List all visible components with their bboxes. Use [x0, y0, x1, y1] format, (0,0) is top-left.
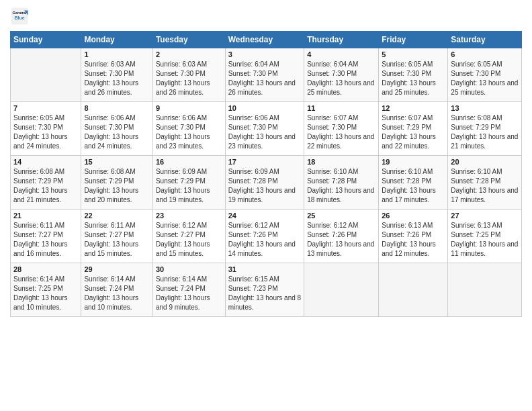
calendar-cell: 9Sunrise: 6:06 AMSunset: 7:30 PMDaylight…	[152, 102, 225, 156]
calendar-cell: 12Sunrise: 6:07 AMSunset: 7:29 PMDayligh…	[379, 102, 448, 156]
svg-text:General: General	[13, 11, 27, 15]
calendar-week-row: 1Sunrise: 6:03 AMSunset: 7:30 PMDaylight…	[11, 48, 522, 102]
day-number: 16	[156, 158, 222, 166]
calendar-cell: 14Sunrise: 6:08 AMSunset: 7:29 PMDayligh…	[11, 156, 81, 210]
day-number: 3	[228, 50, 302, 58]
day-content: Sunrise: 6:14 AMSunset: 7:24 PMDaylight:…	[84, 275, 149, 312]
calendar-header-row: SundayMondayTuesdayWednesdayThursdayFrid…	[11, 32, 522, 48]
day-content: Sunrise: 6:03 AMSunset: 7:30 PMDaylight:…	[156, 60, 222, 97]
day-content: Sunrise: 6:12 AMSunset: 7:26 PMDaylight:…	[307, 221, 375, 259]
day-header-monday: Monday	[81, 32, 152, 48]
day-number: 23	[156, 212, 222, 220]
day-content: Sunrise: 6:05 AMSunset: 7:30 PMDaylight:…	[382, 60, 445, 97]
day-number: 10	[228, 104, 302, 112]
day-content: Sunrise: 6:12 AMSunset: 7:27 PMDaylight:…	[156, 221, 222, 259]
logo: General Blue	[10, 7, 32, 26]
day-number: 8	[84, 104, 149, 112]
day-number: 26	[382, 212, 445, 220]
day-number: 11	[307, 104, 375, 112]
calendar-cell: 28Sunrise: 6:14 AMSunset: 7:25 PMDayligh…	[11, 263, 81, 317]
day-number: 9	[156, 104, 222, 112]
day-number: 4	[307, 50, 375, 58]
day-number: 31	[228, 265, 302, 273]
calendar-cell: 16Sunrise: 6:09 AMSunset: 7:29 PMDayligh…	[152, 156, 225, 210]
day-number: 13	[451, 104, 519, 112]
calendar-cell: 21Sunrise: 6:11 AMSunset: 7:27 PMDayligh…	[11, 210, 81, 263]
calendar-cell: 7Sunrise: 6:05 AMSunset: 7:30 PMDaylight…	[11, 102, 81, 156]
calendar-cell: 29Sunrise: 6:14 AMSunset: 7:24 PMDayligh…	[81, 263, 152, 317]
calendar-week-row: 28Sunrise: 6:14 AMSunset: 7:25 PMDayligh…	[11, 263, 522, 317]
calendar-cell: 5Sunrise: 6:05 AMSunset: 7:30 PMDaylight…	[379, 48, 448, 102]
day-number: 29	[84, 265, 149, 273]
day-content: Sunrise: 6:12 AMSunset: 7:26 PMDaylight:…	[228, 221, 302, 259]
day-number: 6	[451, 50, 519, 58]
calendar-cell: 13Sunrise: 6:08 AMSunset: 7:29 PMDayligh…	[448, 102, 522, 156]
day-content: Sunrise: 6:08 AMSunset: 7:29 PMDaylight:…	[84, 167, 149, 205]
calendar-cell: 6Sunrise: 6:05 AMSunset: 7:30 PMDaylight…	[448, 48, 522, 102]
day-number: 27	[451, 212, 519, 220]
day-number: 15	[84, 158, 149, 166]
calendar-cell: 15Sunrise: 6:08 AMSunset: 7:29 PMDayligh…	[81, 156, 152, 210]
calendar-cell: 23Sunrise: 6:12 AMSunset: 7:27 PMDayligh…	[152, 210, 225, 263]
day-content: Sunrise: 6:10 AMSunset: 7:28 PMDaylight:…	[307, 167, 375, 205]
calendar-cell: 27Sunrise: 6:13 AMSunset: 7:25 PMDayligh…	[448, 210, 522, 263]
calendar-cell	[379, 263, 448, 317]
day-header-wednesday: Wednesday	[225, 32, 304, 48]
day-header-saturday: Saturday	[448, 32, 522, 48]
calendar-cell: 11Sunrise: 6:07 AMSunset: 7:30 PMDayligh…	[304, 102, 379, 156]
day-number: 7	[13, 104, 78, 112]
calendar-cell: 26Sunrise: 6:13 AMSunset: 7:26 PMDayligh…	[379, 210, 448, 263]
day-number: 20	[451, 158, 519, 166]
day-content: Sunrise: 6:14 AMSunset: 7:25 PMDaylight:…	[13, 275, 78, 312]
day-content: Sunrise: 6:05 AMSunset: 7:30 PMDaylight:…	[451, 60, 519, 97]
day-number: 17	[228, 158, 302, 166]
day-header-friday: Friday	[379, 32, 448, 48]
day-number: 25	[307, 212, 375, 220]
day-content: Sunrise: 6:07 AMSunset: 7:30 PMDaylight:…	[307, 113, 375, 151]
day-number: 14	[13, 158, 78, 166]
day-content: Sunrise: 6:05 AMSunset: 7:30 PMDaylight:…	[13, 113, 78, 151]
day-content: Sunrise: 6:11 AMSunset: 7:27 PMDaylight:…	[13, 221, 78, 259]
day-number: 12	[382, 104, 445, 112]
day-content: Sunrise: 6:03 AMSunset: 7:30 PMDaylight:…	[84, 60, 149, 97]
calendar-cell: 24Sunrise: 6:12 AMSunset: 7:26 PMDayligh…	[225, 210, 304, 263]
day-content: Sunrise: 6:10 AMSunset: 7:28 PMDaylight:…	[451, 167, 519, 205]
day-content: Sunrise: 6:14 AMSunset: 7:24 PMDaylight:…	[156, 275, 222, 312]
calendar-cell: 2Sunrise: 6:03 AMSunset: 7:30 PMDaylight…	[152, 48, 225, 102]
calendar-cell: 25Sunrise: 6:12 AMSunset: 7:26 PMDayligh…	[304, 210, 379, 263]
day-header-thursday: Thursday	[304, 32, 379, 48]
calendar-cell: 22Sunrise: 6:11 AMSunset: 7:27 PMDayligh…	[81, 210, 152, 263]
day-content: Sunrise: 6:13 AMSunset: 7:25 PMDaylight:…	[451, 221, 519, 259]
day-content: Sunrise: 6:08 AMSunset: 7:29 PMDaylight:…	[451, 113, 519, 151]
day-content: Sunrise: 6:08 AMSunset: 7:29 PMDaylight:…	[13, 167, 78, 205]
calendar-cell: 31Sunrise: 6:15 AMSunset: 7:23 PMDayligh…	[225, 263, 304, 317]
day-content: Sunrise: 6:09 AMSunset: 7:29 PMDaylight:…	[156, 167, 222, 205]
day-content: Sunrise: 6:11 AMSunset: 7:27 PMDaylight:…	[84, 221, 149, 259]
calendar-cell: 18Sunrise: 6:10 AMSunset: 7:28 PMDayligh…	[304, 156, 379, 210]
calendar-cell: 1Sunrise: 6:03 AMSunset: 7:30 PMDaylight…	[81, 48, 152, 102]
day-content: Sunrise: 6:06 AMSunset: 7:30 PMDaylight:…	[156, 113, 222, 151]
calendar-cell: 10Sunrise: 6:06 AMSunset: 7:30 PMDayligh…	[225, 102, 304, 156]
calendar-cell: 8Sunrise: 6:06 AMSunset: 7:30 PMDaylight…	[81, 102, 152, 156]
day-number: 28	[13, 265, 78, 273]
day-number: 19	[382, 158, 445, 166]
day-number: 18	[307, 158, 375, 166]
calendar-cell: 3Sunrise: 6:04 AMSunset: 7:30 PMDaylight…	[225, 48, 304, 102]
day-number: 24	[228, 212, 302, 220]
calendar-week-row: 7Sunrise: 6:05 AMSunset: 7:30 PMDaylight…	[11, 102, 522, 156]
day-content: Sunrise: 6:07 AMSunset: 7:29 PMDaylight:…	[382, 113, 445, 151]
calendar-week-row: 14Sunrise: 6:08 AMSunset: 7:29 PMDayligh…	[11, 156, 522, 210]
calendar-cell: 30Sunrise: 6:14 AMSunset: 7:24 PMDayligh…	[152, 263, 225, 317]
day-content: Sunrise: 6:04 AMSunset: 7:30 PMDaylight:…	[228, 60, 302, 97]
day-number: 30	[156, 265, 222, 273]
page-header: General Blue	[10, 7, 522, 26]
day-content: Sunrise: 6:06 AMSunset: 7:30 PMDaylight:…	[228, 113, 302, 151]
calendar-week-row: 21Sunrise: 6:11 AMSunset: 7:27 PMDayligh…	[11, 210, 522, 263]
calendar-cell	[11, 48, 81, 102]
day-content: Sunrise: 6:10 AMSunset: 7:28 PMDaylight:…	[382, 167, 445, 205]
day-number: 1	[84, 50, 149, 58]
calendar-cell: 17Sunrise: 6:09 AMSunset: 7:28 PMDayligh…	[225, 156, 304, 210]
day-header-tuesday: Tuesday	[152, 32, 225, 48]
day-number: 5	[382, 50, 445, 58]
calendar-table: SundayMondayTuesdayWednesdayThursdayFrid…	[10, 31, 522, 317]
